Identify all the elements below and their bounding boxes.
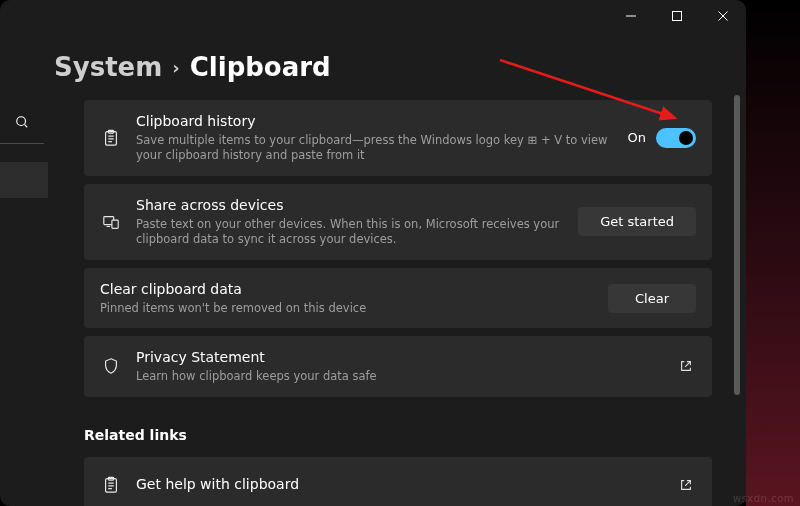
breadcrumb: System › Clipboard <box>54 52 331 82</box>
setting-privacy-statement[interactable]: Privacy Statement Learn how clipboard ke… <box>84 336 712 396</box>
open-external-icon <box>676 475 696 495</box>
svg-rect-12 <box>112 220 118 228</box>
get-started-button[interactable]: Get started <box>578 207 696 236</box>
setting-text: Clipboard history Save multiple items to… <box>136 112 614 164</box>
setting-title: Clipboard history <box>136 112 614 131</box>
sidebar-item-selected[interactable] <box>0 162 48 198</box>
toggle-state-label: On <box>628 130 646 145</box>
toggle-knob <box>679 131 693 145</box>
setting-title: Get help with clipboard <box>136 475 662 494</box>
page-title: Clipboard <box>190 52 331 82</box>
scrollbar[interactable] <box>734 95 740 475</box>
maximize-button[interactable] <box>654 0 700 32</box>
window-titlebar <box>0 0 746 32</box>
clipboard-history-toggle[interactable] <box>656 128 696 148</box>
svg-point-4 <box>17 117 26 126</box>
svg-line-20 <box>685 480 690 485</box>
setting-text: Share across devices Paste text on your … <box>136 196 564 248</box>
setting-title: Share across devices <box>136 196 564 215</box>
setting-action: On <box>628 128 696 148</box>
clear-button[interactable]: Clear <box>608 284 696 313</box>
close-button[interactable] <box>700 0 746 32</box>
settings-content: Clipboard history Save multiple items to… <box>84 100 712 506</box>
windows-key-icon: ⊞ <box>528 133 538 147</box>
svg-line-14 <box>685 362 690 367</box>
svg-rect-1 <box>673 12 682 21</box>
scrollbar-thumb[interactable] <box>734 95 740 395</box>
link-get-help[interactable]: Get help with clipboard <box>84 457 712 506</box>
related-links-header: Related links <box>84 427 712 443</box>
sidebar <box>0 110 48 198</box>
setting-action: Clear <box>608 284 696 313</box>
shield-icon <box>100 357 122 375</box>
setting-description: Save multiple items to your clipboard—pr… <box>136 133 614 164</box>
setting-text: Get help with clipboard <box>136 475 662 494</box>
setting-description: Learn how clipboard keeps your data safe <box>136 369 662 385</box>
chevron-right-icon: › <box>172 57 179 78</box>
setting-description: Pinned items won't be removed on this de… <box>100 301 594 317</box>
search-icon <box>15 114 29 133</box>
setting-description: Paste text on your other devices. When t… <box>136 217 564 248</box>
setting-text: Clear clipboard data Pinned items won't … <box>100 280 594 316</box>
svg-line-5 <box>25 125 28 128</box>
watermark: wsxdn.com <box>733 493 794 504</box>
setting-title: Clear clipboard data <box>100 280 594 299</box>
minimize-button[interactable] <box>608 0 654 32</box>
breadcrumb-parent[interactable]: System <box>54 52 162 82</box>
setting-text: Privacy Statement Learn how clipboard ke… <box>136 348 662 384</box>
setting-title: Privacy Statement <box>136 348 662 367</box>
clipboard-icon <box>100 476 122 494</box>
settings-window: System › Clipboard Clipboard history Sav… <box>0 0 746 506</box>
setting-action: Get started <box>578 207 696 236</box>
devices-icon <box>100 213 122 231</box>
setting-share-across-devices: Share across devices Paste text on your … <box>84 184 712 260</box>
search-input[interactable] <box>0 110 44 144</box>
clipboard-icon <box>100 129 122 147</box>
setting-clipboard-history: Clipboard history Save multiple items to… <box>84 100 712 176</box>
setting-clear-clipboard: Clear clipboard data Pinned items won't … <box>84 268 712 328</box>
desktop-background-strip <box>746 0 800 506</box>
open-external-icon <box>676 356 696 376</box>
